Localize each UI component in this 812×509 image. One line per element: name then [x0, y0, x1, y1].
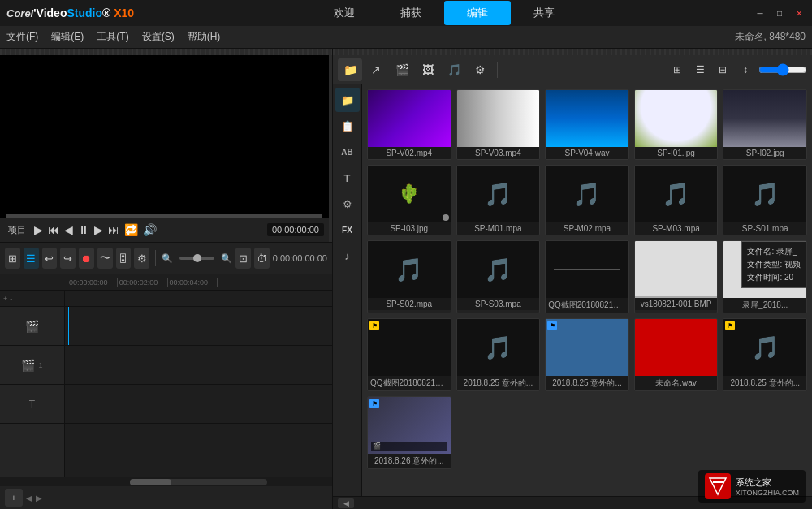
menu-edit[interactable]: 编辑(E) — [51, 30, 84, 44]
storyboard-button[interactable]: ⊞ — [5, 248, 20, 269]
zoom-thumb[interactable] — [193, 254, 201, 262]
tab-welcome[interactable]: 欢迎 — [311, 1, 378, 25]
audio-button[interactable]: 〜 — [97, 248, 113, 269]
side-media-icon[interactable]: 📁 — [335, 88, 360, 112]
media-item[interactable]: SP-I02.jpg — [723, 89, 807, 160]
undo-button[interactable]: ↩ — [42, 248, 58, 269]
view-grid-small[interactable]: ⊟ — [713, 60, 732, 80]
size-slider[interactable] — [758, 63, 807, 76]
record-button[interactable]: ⏺ — [79, 248, 94, 269]
media-item[interactable]: 🎵 SP-S03.mpa — [456, 240, 541, 313]
media-filename: SP-M02.mpa — [546, 222, 628, 235]
media-item[interactable]: ⚑ 2018.8.25 意外的... — [545, 318, 629, 391]
media-item[interactable]: SP-V04.wav — [545, 89, 629, 160]
clock-button[interactable]: ⏱ — [254, 248, 270, 269]
zoom-slider[interactable] — [179, 257, 214, 260]
add-track-button[interactable]: + — [5, 489, 23, 507]
track-row-video2[interactable] — [65, 346, 332, 385]
fit-button[interactable]: ⊡ — [235, 248, 251, 269]
watermark-site-name: 系统之家 — [736, 477, 799, 489]
side-audio-icon[interactable]: ♪ — [335, 244, 360, 268]
media-thumb — [368, 90, 451, 147]
media-item[interactable]: 🎵 SP-M02.mpa — [545, 165, 629, 235]
media-item[interactable]: SP-V02.mp4 — [367, 89, 451, 160]
media-filename: 2018.8.25 意外的... — [723, 376, 806, 390]
media-music-button[interactable]: 🎵 — [442, 58, 466, 81]
media-item[interactable]: SP-V03.mp4 — [456, 89, 541, 160]
media-item[interactable]: ⚑ QQ截图2018082114... — [367, 318, 451, 391]
media-filename: 2018.8.25 意外的... — [457, 376, 540, 390]
media-item[interactable]: 🌵 SP-I03.jpg — [367, 165, 451, 235]
timeline-view-button[interactable]: ☰ — [24, 248, 39, 269]
media-badge-yellow2: ⚑ — [725, 321, 735, 330]
zoom-minus[interactable]: 🔍 — [162, 253, 173, 264]
media-filename: SP-I03.jpg — [368, 222, 451, 235]
track-row-text[interactable] — [65, 385, 332, 424]
stop-button[interactable]: ⏸ — [78, 223, 89, 236]
media-item[interactable]: 未命名.wav — [634, 318, 719, 391]
view-grid-large[interactable]: ⊞ — [667, 60, 687, 80]
effects-button[interactable]: ⚙ — [134, 248, 149, 269]
scroll-thumb[interactable] — [130, 479, 171, 485]
track-add-icon[interactable]: + — [3, 295, 7, 303]
scroll-left-button[interactable]: ◀ — [338, 498, 354, 508]
preview-controls: 项目 ▶ ⏮ ◀ ⏸ ▶ ⏭ 🔁 🔊 00:00:00:00 — [0, 218, 329, 242]
media-video-button[interactable]: 🎬 — [390, 58, 414, 81]
media-item[interactable]: ⚑ 🎬 2018.8.26 意外的... — [367, 396, 451, 469]
tab-capture[interactable]: 捕获 — [378, 1, 444, 25]
media-badge-blue2: ⚑ — [369, 399, 379, 408]
maximize-button[interactable]: □ — [773, 6, 786, 19]
media-import-button[interactable]: ↗ — [364, 58, 388, 81]
play-button[interactable]: ▶ — [34, 223, 43, 236]
media-thumb: 🎵 — [368, 241, 451, 298]
menu-file[interactable]: 文件(F) — [6, 30, 38, 44]
media-item[interactable]: vs180821-001.BMP — [634, 240, 719, 313]
bottom-right[interactable]: ▶ — [36, 494, 42, 503]
media-item[interactable]: 🎵 SP-S01.mpa — [723, 165, 807, 235]
side-motion-icon[interactable]: ⚙ — [335, 192, 360, 216]
media-item[interactable]: QQ截图2018082114... — [545, 240, 629, 313]
view-sort[interactable]: ↕ — [736, 60, 755, 80]
repeat-button[interactable]: 🔁 — [124, 223, 138, 236]
side-transition-ab-icon[interactable]: AB — [335, 140, 360, 164]
media-item[interactable]: 🎵 2018.8.25 意外的... — [456, 318, 541, 391]
media-item[interactable]: 🎵 SP-S02.mpa — [367, 240, 451, 313]
preview-label: 项目 — [5, 224, 29, 236]
next-frame-button[interactable]: ▶ — [94, 223, 103, 236]
media-item[interactable]: 录屏_2018... 文件名: 录屏_ 文件类型: 视频 文件时间: 20 — [723, 240, 807, 313]
view-list[interactable]: ☰ — [690, 60, 710, 80]
side-fx-icon[interactable]: FX — [335, 218, 360, 242]
close-button[interactable]: ✕ — [793, 6, 806, 19]
media-item[interactable]: SP-I01.jpg — [634, 89, 719, 160]
media-folder-button[interactable]: 📁 — [338, 58, 362, 81]
media-thumb: 🎵 — [457, 241, 540, 298]
media-filename: SP-V02.mp4 — [368, 147, 451, 159]
minimize-button[interactable]: ─ — [754, 6, 767, 19]
prev-frame-button[interactable]: ◀ — [64, 223, 73, 236]
track-remove-icon[interactable]: - — [10, 295, 12, 303]
media-item[interactable]: 🎵 SP-M01.mpa — [456, 165, 541, 235]
redo-button[interactable]: ↪ — [60, 248, 76, 269]
media-thumb: ⚑ 🎵 — [723, 319, 806, 376]
file-tooltip: 文件名: 录屏_ 文件类型: 视频 文件时间: 20 — [741, 241, 806, 288]
media-item[interactable]: ⚑ 🎵 2018.8.25 意外的... — [723, 318, 807, 391]
skip-end-button[interactable]: ⏭ — [108, 223, 119, 236]
vinyl-icon: 🎵 — [751, 334, 780, 361]
skip-start-button[interactable]: ⏮ — [48, 223, 59, 236]
side-text-icon[interactable]: T — [335, 166, 360, 190]
menu-tools[interactable]: 工具(T) — [97, 30, 128, 44]
mix-button[interactable]: 🎛 — [116, 248, 132, 269]
tab-share[interactable]: 共享 — [511, 1, 577, 25]
side-instant-icon[interactable]: 📋 — [335, 114, 360, 138]
tab-edit[interactable]: 编辑 — [444, 1, 511, 25]
media-photo-button[interactable]: 🖼 — [416, 58, 440, 81]
media-effects-button[interactable]: ⚙ — [468, 58, 492, 81]
media-item[interactable]: 🎵 SP-M03.mpa — [634, 165, 719, 235]
menu-help[interactable]: 帮助(H) — [188, 30, 221, 44]
volume-button[interactable]: 🔊 — [143, 223, 157, 236]
media-thumb: 🎵 — [457, 166, 540, 222]
track-row-video1[interactable] — [65, 307, 332, 346]
menu-settings[interactable]: 设置(S) — [142, 30, 175, 44]
zoom-plus[interactable]: 🔍 — [221, 253, 232, 264]
scroll-track[interactable] — [130, 479, 267, 485]
